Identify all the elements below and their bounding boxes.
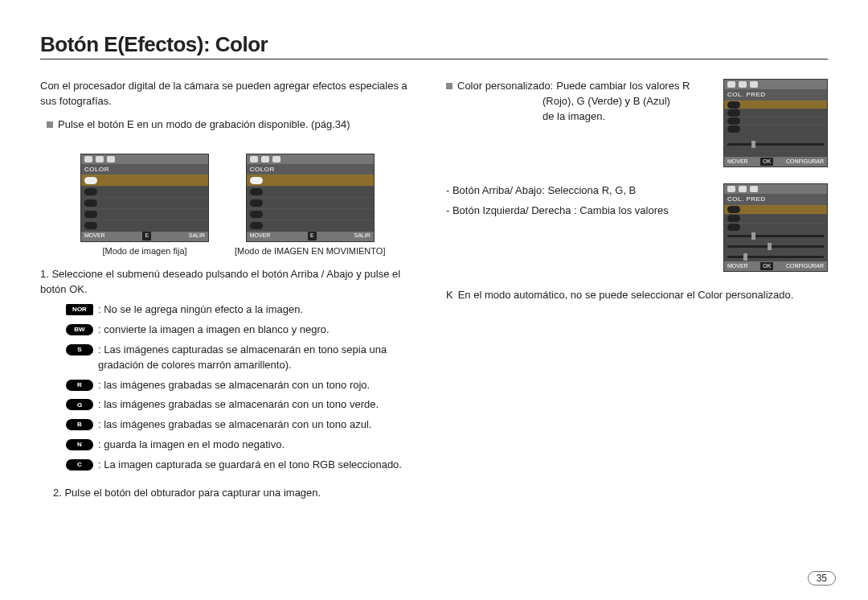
lcd-custom-color-b: COL. PRED MOVER OK CONFIGURAR <box>723 183 828 272</box>
lcd-footer-right: CONFIGURAR <box>786 262 824 270</box>
effect-list: NOR: No se le agrega ningún efecto a la … <box>66 302 422 473</box>
lcd-footer-left: MOVER <box>250 232 271 240</box>
lcd-footer-btn: OK <box>760 158 773 166</box>
lcd-footer-btn: E <box>142 232 151 240</box>
page-title: Botón E(Efectos): Color <box>40 32 828 57</box>
lcd-still-mode: COLOR MOVER E SALIR <box>80 154 209 242</box>
effect-desc: : las imágenes grabadas se almacenarán c… <box>98 397 379 413</box>
effect-item: R: las imágenes grabadas se almacenarán … <box>66 378 422 393</box>
note-text: En el modo automático, no se puede selec… <box>458 288 794 303</box>
bullet-text: Pulse el botón E en un modo de grabación… <box>58 117 350 133</box>
effect-desc: : No se le agrega ningún efecto a la ima… <box>98 302 303 318</box>
custom-color-label: Color personalizado: <box>457 79 553 94</box>
note-k-icon: K <box>446 288 453 303</box>
title-rule <box>40 59 828 60</box>
caption-movie: [Modo de IMAGEN EN MOVIMIENTO] <box>235 245 385 258</box>
rgb-select-line: - Botón Arriba/ Abajo: Selecciona R, G, … <box>446 183 710 199</box>
effect-badge-icon: B <box>66 419 93 430</box>
effect-badge-icon: NOR <box>66 304 93 315</box>
lcd-movie-mode: COLOR MOVER E SALIR <box>246 154 375 242</box>
effect-item: S: Las imágenes capturadas se almacenará… <box>66 343 422 373</box>
effect-desc: : Las imágenes capturadas se almacenarán… <box>98 343 422 373</box>
effect-badge-icon: R <box>66 380 93 391</box>
bullet-icon <box>47 121 53 128</box>
rgb-change-line: - Botón Izquierda/ Derecha : Cambia los … <box>446 203 710 219</box>
lcd-header: COL. PRED <box>724 89 827 101</box>
effect-item: BW: convierte la imagen a imagen en blan… <box>66 323 422 338</box>
effect-desc: : convierte la imagen a imagen en blanco… <box>98 323 330 338</box>
effect-item: N: guarda la imagen en el modo negativo. <box>66 438 422 453</box>
lcd-footer-left: MOVER <box>84 232 105 240</box>
lcd-header: COLOR <box>247 164 374 175</box>
effect-desc: : las imágenes grabadas se almacenarán c… <box>98 378 370 393</box>
lcd-footer-btn: E <box>308 232 317 240</box>
lcd-header: COLOR <box>81 164 208 175</box>
lcd-footer-right: CONFIGURAR <box>786 158 824 166</box>
effect-badge-icon: N <box>66 439 93 450</box>
effect-badge-icon: BW <box>66 324 93 335</box>
effect-item: G: las imágenes grabadas se almacenarán … <box>66 397 422 413</box>
lcd-footer-left: MOVER <box>727 158 748 166</box>
custom-color-desc1: Puede cambiar los valores R <box>556 79 690 94</box>
step2: 2. Pulse el botón del obturador para cap… <box>53 486 422 501</box>
effect-desc: : las imágenes grabadas se almacenarán c… <box>98 417 371 433</box>
effect-badge-icon: G <box>66 399 93 410</box>
effect-badge-icon: C <box>66 459 93 471</box>
lcd-custom-color-a: COL. PRED MOVER OK CONFIGURAR <box>723 79 828 167</box>
lcd-footer-right: SALIR <box>354 232 370 240</box>
effect-item: NOR: No se le agrega ningún efecto a la … <box>66 302 422 318</box>
lcd-header: COL. PRED <box>724 194 827 205</box>
right-column: Color personalizado: Puede cambiar los v… <box>446 79 828 506</box>
lcd-footer-right: SALIR <box>189 232 205 240</box>
effect-item: B: las imágenes grabadas se almacenarán … <box>66 417 422 433</box>
lcd-footer-btn: OK <box>760 262 773 270</box>
step1: 1. Seleccione el submenú deseado pulsand… <box>40 267 422 298</box>
custom-color-desc3: de la imagen. <box>542 109 710 125</box>
effect-item: C: La imagen capturada se guardará en el… <box>66 458 422 473</box>
bullet-icon <box>446 83 452 89</box>
effect-badge-icon: S <box>66 344 93 355</box>
lcd-footer-left: MOVER <box>727 262 748 270</box>
intro-text: Con el procesador digital de la cámara s… <box>40 79 422 109</box>
page-number: 35 <box>808 571 836 586</box>
effect-desc: : La imagen capturada se guardará en el … <box>98 458 402 473</box>
caption-still: [Modo de imagen fija] <box>102 245 186 258</box>
effect-desc: : guarda la imagen en el modo negativo. <box>98 438 285 453</box>
left-column: Con el procesador digital de la cámara s… <box>40 79 422 506</box>
custom-color-desc2: (Rojo), G (Verde) y B (Azul) <box>542 94 710 109</box>
